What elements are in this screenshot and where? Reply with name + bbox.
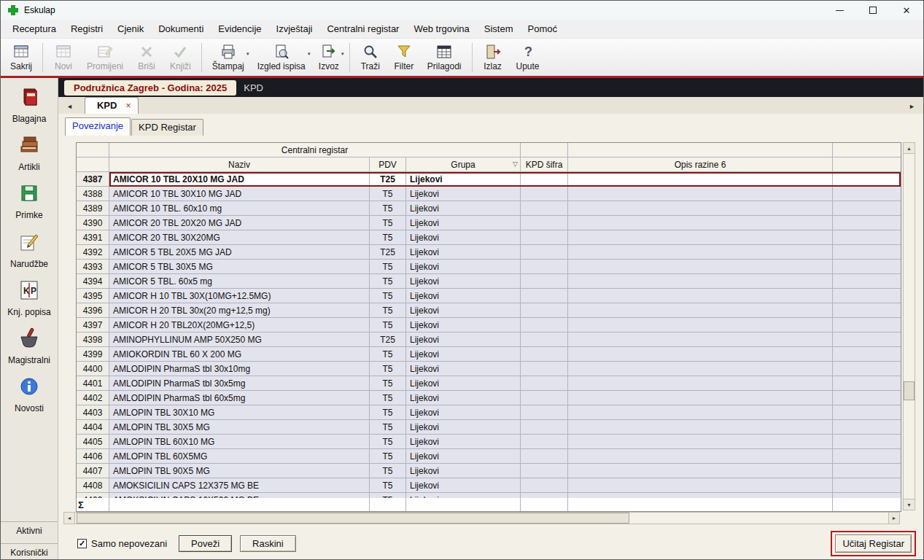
vertical-scroll-thumb[interactable]: [904, 381, 915, 400]
horizontal-scroll-thumb[interactable]: [77, 513, 629, 524]
table-row[interactable]: 4405 AMLOPIN TBL 60X10 MG T5 Lijekovi: [77, 435, 901, 449]
summary-cell: [521, 498, 568, 511]
sidebar-item-blagajna[interactable]: Blagajna: [1, 86, 58, 125]
sidebar-item-knj-popisa[interactable]: KP Knj. popisa: [1, 279, 58, 318]
sidebar-item-narudzbe[interactable]: Narudžbe: [1, 231, 58, 270]
column-header-pdv[interactable]: PDV: [370, 158, 406, 172]
brisi-button[interactable]: Briši: [130, 40, 163, 75]
cell-rownum: 4409: [77, 493, 109, 498]
table-row[interactable]: 4393 AMICOR 5 TBL 30X5 MG T5 Lijekovi: [77, 260, 901, 274]
izgled-ispisa-dropdown-icon[interactable]: ▼: [307, 52, 311, 56]
sakrij-button[interactable]: Sakrij: [4, 40, 39, 75]
izvoz-button[interactable]: Izvoz ▼: [312, 40, 346, 75]
table-row[interactable]: 4387 AMICOR 10 TBL 20X10 MG JAD T25 Lije…: [77, 172, 901, 187]
subtab-povezivanje[interactable]: Povezivanje: [65, 117, 131, 136]
tab-scroll-left-icon[interactable]: ◄: [62, 103, 77, 114]
izlaz-button[interactable]: Izlaz: [476, 40, 510, 75]
column-header-rownum[interactable]: [77, 158, 109, 172]
tab-scroll-right-icon[interactable]: ►: [904, 103, 920, 114]
column-header-blank[interactable]: [833, 158, 901, 172]
table-row[interactable]: 4409 AMOKSICILIN CAPS 16X500 MG BE T5 Li…: [77, 493, 901, 498]
table-row[interactable]: 4395 AMICOR H 10 TBL 30X(10MG+12.5MG) T5…: [77, 289, 901, 303]
close-button[interactable]: ✕: [890, 1, 923, 20]
izgled-ispisa-button[interactable]: Izgled ispisa ▼: [251, 40, 312, 75]
cell-pdv: T5: [370, 376, 406, 391]
sidebar-item-primke[interactable]: Primke: [1, 182, 58, 221]
cell-blank: [833, 478, 901, 493]
column-header-opis-razine-6[interactable]: Opis razine 6: [568, 158, 833, 172]
table-row[interactable]: 4407 AMLOPIN TBL 90X5 MG T5 Lijekovi: [77, 464, 901, 478]
scroll-down-icon[interactable]: ▼: [904, 499, 915, 510]
prilagodi-button[interactable]: Prilagodi: [421, 40, 468, 75]
window-title: Eskulap: [24, 5, 55, 15]
grid-column-header-row: Naziv PDV Grupa ▽ KPD šifra Opis razine …: [77, 158, 901, 172]
column-header-kpd-sifra[interactable]: KPD šifra: [521, 158, 568, 172]
table-row[interactable]: 4398 AMINOPHYLLINUM AMP 50X250 MG T25 Li…: [77, 332, 901, 347]
column-header-naziv[interactable]: Naziv: [109, 158, 370, 172]
table-row[interactable]: 4390 AMICOR 20 TBL 20X20 MG JAD T5 Lijek…: [77, 216, 901, 230]
scroll-up-icon[interactable]: ▲: [904, 143, 915, 154]
table-row[interactable]: 4391 AMICOR 20 TBL 30X20MG T5 Lijekovi: [77, 230, 901, 245]
stampaj-button[interactable]: Štampaj ▼: [206, 40, 251, 75]
tab-kpd[interactable]: KPD ×: [85, 97, 139, 114]
table-row[interactable]: 4396 AMICOR H 20 TBL 30x(20 mg+12,5 mg) …: [77, 303, 901, 318]
table-row[interactable]: 4404 AMLOPIN TBL 30X5 MG T5 Lijekovi: [77, 420, 901, 435]
izvoz-dropdown-icon[interactable]: ▼: [341, 52, 345, 56]
column-header-grupa[interactable]: Grupa ▽: [406, 158, 521, 172]
cell-grupa: Lijekovi: [406, 493, 521, 498]
maximize-button[interactable]: [856, 1, 890, 20]
menu-evidencije[interactable]: Evidencije: [211, 20, 268, 37]
horizontal-scroll-track[interactable]: [75, 513, 888, 524]
table-row[interactable]: 4406 AMLOPIN TBL 60X5MG T5 Lijekovi: [77, 449, 901, 464]
menu-receptura[interactable]: Receptura: [5, 20, 63, 37]
povezi-button[interactable]: Poveži: [179, 535, 232, 552]
scroll-left-icon[interactable]: ◄: [64, 513, 75, 524]
cell-pdv: T5: [370, 449, 406, 464]
sidebar-item-novosti[interactable]: Novosti: [1, 376, 58, 414]
sidebar-panel-korisnicki[interactable]: Korisnički: [1, 543, 58, 560]
novi-button[interactable]: Novi: [47, 40, 80, 75]
trazi-button[interactable]: Traži: [354, 40, 387, 75]
table-row[interactable]: 4401 AMLODIPIN PharmaS tbl 30x5mg T5 Lij…: [77, 376, 901, 391]
subtab-kpd-registar[interactable]: KPD Registar: [131, 119, 203, 136]
table-row[interactable]: 4388 AMICOR 10 TBL 30X10 MG JAD T5 Lijek…: [77, 187, 901, 201]
table-row[interactable]: 4399 AMIOKORDIN TBL 60 X 200 MG T5 Lijek…: [77, 347, 901, 362]
vertical-scroll-track[interactable]: [904, 154, 915, 499]
sidebar-panel-aktivni[interactable]: Aktivni: [1, 521, 58, 539]
raskini-button[interactable]: Raskini: [240, 535, 296, 552]
table-row[interactable]: 4392 AMICOR 5 TBL 20X5 MG JAD T25 Lijeko…: [77, 245, 901, 260]
horizontal-scrollbar[interactable]: ◄ ►: [63, 512, 900, 524]
upute-button[interactable]: ? Upute: [510, 40, 546, 75]
menu-pomoc[interactable]: Pomoć: [521, 20, 564, 37]
menu-web-trgovina[interactable]: Web trgovina: [406, 20, 476, 37]
menu-sistem[interactable]: Sistem: [477, 20, 521, 37]
ucitaj-registar-button[interactable]: Učitaj Registar: [835, 534, 912, 553]
tab-close-icon[interactable]: ×: [125, 101, 131, 110]
vertical-scrollbar[interactable]: ▲ ▼: [903, 142, 915, 510]
menu-centralni-registar[interactable]: Centralni registar: [319, 20, 406, 37]
scroll-right-icon[interactable]: ►: [888, 513, 899, 524]
table-row[interactable]: 4402 AMLODIPIN PharmaS tbl 60x5mg T5 Lij…: [77, 391, 901, 405]
table-row[interactable]: 4408 AMOKSICILIN CAPS 12X375 MG BE T5 Li…: [77, 478, 901, 493]
table-row[interactable]: 4397 AMICOR H 20 TBL20X(20MG+12,5) T5 Li…: [77, 318, 901, 332]
filter-button[interactable]: Filter: [387, 40, 421, 75]
menu-izvjestaji[interactable]: Izvještaji: [269, 20, 320, 37]
menu-cjenik[interactable]: Cjenik: [110, 20, 151, 37]
menu-registri[interactable]: Registri: [63, 20, 110, 37]
stampaj-dropdown-icon[interactable]: ▼: [246, 52, 250, 56]
minimize-button[interactable]: [823, 1, 856, 20]
cell-kpd-sifra: [521, 318, 568, 332]
promijeni-button[interactable]: Promijeni: [80, 40, 130, 75]
table-row[interactable]: 4394 AMICOR 5 TBL. 60x5 mg T5 Lijekovi: [77, 274, 901, 289]
novi-label: Novi: [55, 61, 72, 71]
table-row[interactable]: 4403 AMLOPIN TBL 30X10 MG T5 Lijekovi: [77, 405, 901, 420]
table-row[interactable]: 4389 AMICOR 10 TBL. 60x10 mg T5 Lijekovi: [77, 201, 901, 216]
table-row[interactable]: 4400 AMLODIPIN PharmaS tbl 30x10mg T5 Li…: [77, 362, 901, 376]
grupa-filter-icon[interactable]: ▽: [513, 160, 518, 168]
sidebar-item-magistralni[interactable]: Magistralni: [1, 327, 58, 366]
central-registry-grid: Centralni registar Naziv PDV Grupa ▽: [76, 142, 901, 512]
menu-dokumenti[interactable]: Dokumenti: [151, 20, 211, 37]
knjizi-button[interactable]: Knjiži: [163, 40, 198, 75]
sidebar-item-artikli[interactable]: Artikli: [1, 134, 58, 173]
samo-nepovezani-checkbox[interactable]: [77, 539, 87, 548]
